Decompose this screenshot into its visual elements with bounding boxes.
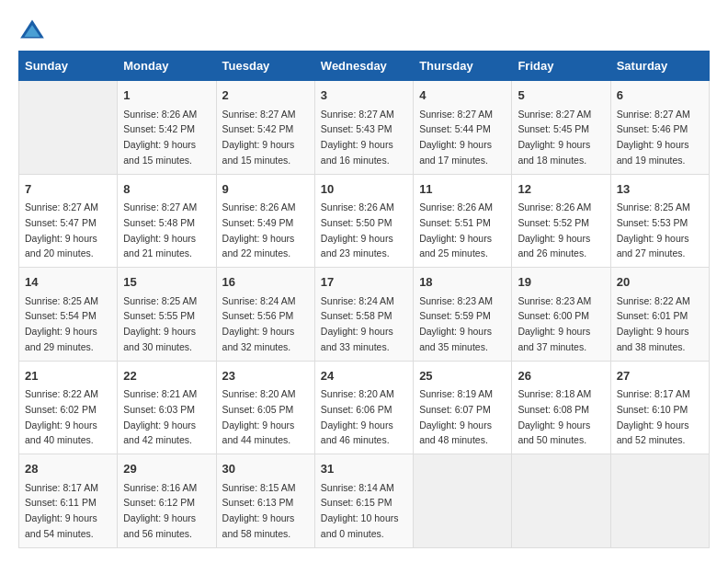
day-sunset: Sunset: 5:47 PM	[25, 217, 97, 228]
day-sunset: Sunset: 6:03 PM	[123, 404, 195, 415]
calendar-cell: 21Sunrise: 8:22 AMSunset: 6:02 PMDayligh…	[19, 361, 118, 454]
day-daylight: Daylight: 9 hours and 22 minutes.	[222, 233, 295, 259]
day-number: 2	[222, 86, 309, 105]
day-sunset: Sunset: 5:59 PM	[419, 310, 491, 321]
day-sunset: Sunset: 5:44 PM	[419, 123, 491, 134]
day-daylight: Daylight: 9 hours and 44 minutes.	[222, 419, 295, 446]
day-daylight: Daylight: 9 hours and 30 minutes.	[123, 326, 196, 352]
day-daylight: Daylight: 10 hours and 0 minutes.	[321, 512, 399, 539]
header-day-saturday: Saturday	[610, 52, 709, 81]
day-daylight: Daylight: 9 hours and 40 minutes.	[25, 419, 97, 446]
day-sunrise: Sunrise: 8:18 AM	[518, 388, 591, 399]
calendar-cell: 11Sunrise: 8:26 AMSunset: 5:51 PMDayligh…	[414, 174, 512, 268]
day-number: 25	[419, 367, 506, 385]
header-day-friday: Friday	[512, 52, 610, 81]
calendar-cell: 8Sunrise: 8:27 AMSunset: 5:48 PMDaylight…	[118, 174, 216, 268]
day-number: 31	[321, 460, 407, 478]
header-row: SundayMondayTuesdayWednesdayThursdayFrid…	[19, 52, 710, 81]
day-daylight: Daylight: 9 hours and 27 minutes.	[617, 233, 689, 259]
day-sunrise: Sunrise: 8:17 AM	[25, 482, 98, 493]
day-daylight: Daylight: 9 hours and 56 minutes.	[123, 512, 196, 539]
calendar-table: SundayMondayTuesdayWednesdayThursdayFrid…	[18, 51, 710, 548]
day-sunset: Sunset: 6:07 PM	[419, 404, 491, 415]
calendar-cell: 30Sunrise: 8:15 AMSunset: 6:13 PMDayligh…	[216, 454, 314, 548]
day-daylight: Daylight: 9 hours and 38 minutes.	[617, 326, 689, 352]
day-sunrise: Sunrise: 8:20 AM	[321, 388, 394, 399]
week-row-2: 7Sunrise: 8:27 AMSunset: 5:47 PMDaylight…	[19, 174, 710, 268]
day-sunrise: Sunrise: 8:16 AM	[123, 482, 197, 493]
day-sunset: Sunset: 6:15 PM	[321, 497, 392, 508]
day-sunrise: Sunrise: 8:27 AM	[419, 109, 493, 120]
week-row-1: 1Sunrise: 8:26 AMSunset: 5:42 PMDaylight…	[19, 81, 710, 175]
calendar-body: 1Sunrise: 8:26 AMSunset: 5:42 PMDaylight…	[19, 81, 710, 548]
calendar-cell: 10Sunrise: 8:26 AMSunset: 5:50 PMDayligh…	[314, 174, 413, 268]
day-daylight: Daylight: 9 hours and 37 minutes.	[518, 326, 590, 352]
day-number: 6	[617, 86, 703, 105]
day-daylight: Daylight: 9 hours and 15 minutes.	[222, 139, 295, 166]
day-sunrise: Sunrise: 8:26 AM	[419, 201, 493, 213]
day-sunset: Sunset: 5:49 PM	[222, 217, 294, 228]
header-day-tuesday: Tuesday	[216, 52, 314, 81]
calendar-cell: 13Sunrise: 8:25 AMSunset: 5:53 PMDayligh…	[610, 174, 709, 268]
day-sunrise: Sunrise: 8:25 AM	[25, 295, 98, 306]
day-number: 19	[518, 273, 604, 292]
day-number: 16	[222, 273, 309, 292]
calendar-cell: 7Sunrise: 8:27 AMSunset: 5:47 PMDaylight…	[19, 174, 118, 268]
day-number: 15	[123, 273, 210, 292]
day-sunrise: Sunrise: 8:25 AM	[617, 201, 690, 213]
day-number: 28	[25, 460, 111, 478]
day-number: 23	[222, 367, 309, 385]
day-daylight: Daylight: 9 hours and 35 minutes.	[419, 326, 492, 352]
day-daylight: Daylight: 9 hours and 20 minutes.	[25, 233, 97, 259]
day-number: 9	[222, 180, 309, 199]
day-number: 30	[222, 460, 309, 478]
week-row-5: 28Sunrise: 8:17 AMSunset: 6:11 PMDayligh…	[19, 454, 710, 548]
day-sunrise: Sunrise: 8:27 AM	[25, 201, 98, 213]
day-sunset: Sunset: 6:11 PM	[25, 497, 97, 508]
calendar-cell	[19, 81, 118, 175]
day-sunrise: Sunrise: 8:22 AM	[617, 295, 690, 306]
day-sunrise: Sunrise: 8:25 AM	[123, 295, 197, 306]
day-number: 7	[25, 180, 111, 199]
logo	[18, 18, 50, 41]
calendar-cell	[610, 454, 709, 548]
day-sunset: Sunset: 5:54 PM	[25, 310, 97, 321]
day-sunset: Sunset: 5:55 PM	[123, 310, 195, 321]
header-day-thursday: Thursday	[414, 52, 512, 81]
day-sunrise: Sunrise: 8:24 AM	[222, 295, 296, 306]
calendar-cell	[512, 454, 610, 548]
calendar-cell: 26Sunrise: 8:18 AMSunset: 6:08 PMDayligh…	[512, 361, 610, 454]
week-row-3: 14Sunrise: 8:25 AMSunset: 5:54 PMDayligh…	[19, 268, 710, 362]
day-sunset: Sunset: 6:08 PM	[518, 404, 589, 415]
day-sunrise: Sunrise: 8:26 AM	[123, 109, 197, 120]
calendar-cell: 19Sunrise: 8:23 AMSunset: 6:00 PMDayligh…	[512, 268, 610, 362]
week-row-4: 21Sunrise: 8:22 AMSunset: 6:02 PMDayligh…	[19, 361, 710, 454]
day-sunrise: Sunrise: 8:27 AM	[518, 109, 591, 120]
calendar-cell: 15Sunrise: 8:25 AMSunset: 5:55 PMDayligh…	[118, 268, 216, 362]
calendar-cell: 12Sunrise: 8:26 AMSunset: 5:52 PMDayligh…	[512, 174, 610, 268]
day-sunrise: Sunrise: 8:22 AM	[25, 388, 98, 399]
calendar-cell: 9Sunrise: 8:26 AMSunset: 5:49 PMDaylight…	[216, 174, 314, 268]
header-day-monday: Monday	[118, 52, 216, 81]
logo-icon	[18, 18, 46, 41]
day-sunset: Sunset: 5:48 PM	[123, 217, 195, 228]
day-sunset: Sunset: 6:00 PM	[518, 310, 589, 321]
day-sunset: Sunset: 6:01 PM	[617, 310, 688, 321]
day-number: 21	[25, 367, 111, 385]
day-number: 10	[321, 180, 407, 199]
day-sunset: Sunset: 5:53 PM	[617, 217, 688, 228]
header-day-sunday: Sunday	[19, 52, 118, 81]
day-sunset: Sunset: 5:42 PM	[123, 123, 195, 134]
day-sunrise: Sunrise: 8:19 AM	[419, 388, 493, 399]
day-sunset: Sunset: 5:52 PM	[518, 217, 589, 228]
calendar-cell: 1Sunrise: 8:26 AMSunset: 5:42 PMDaylight…	[118, 81, 216, 175]
day-sunrise: Sunrise: 8:23 AM	[518, 295, 591, 306]
calendar-cell: 6Sunrise: 8:27 AMSunset: 5:46 PMDaylight…	[610, 81, 709, 175]
day-number: 29	[123, 460, 210, 478]
calendar-cell: 20Sunrise: 8:22 AMSunset: 6:01 PMDayligh…	[610, 268, 709, 362]
day-sunrise: Sunrise: 8:17 AM	[617, 388, 690, 399]
calendar-cell: 18Sunrise: 8:23 AMSunset: 5:59 PMDayligh…	[414, 268, 512, 362]
day-number: 8	[123, 180, 210, 199]
day-daylight: Daylight: 9 hours and 19 minutes.	[617, 139, 689, 166]
day-number: 14	[25, 273, 111, 292]
